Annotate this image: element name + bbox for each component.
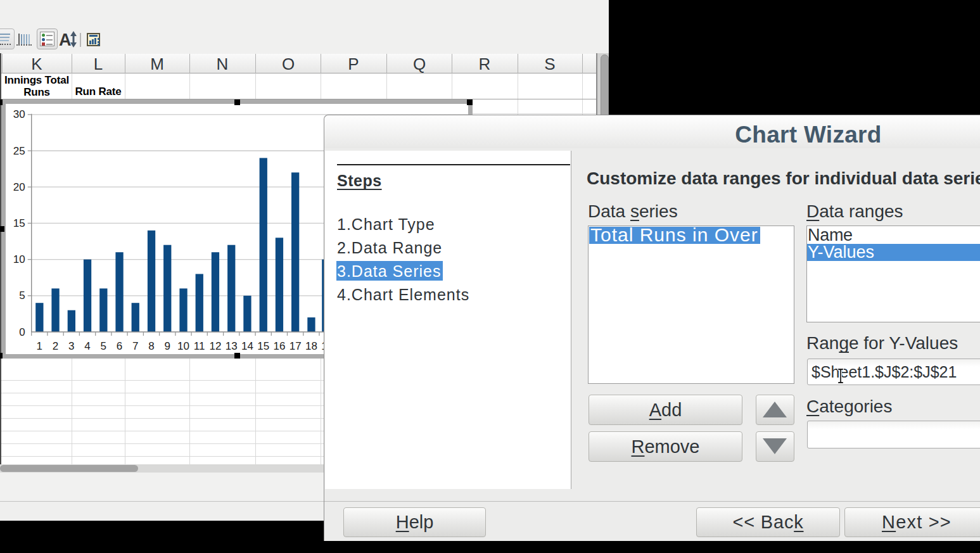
svg-text:30: 30 (13, 108, 25, 120)
svg-text:7: 7 (132, 340, 138, 352)
svg-text:5: 5 (101, 340, 106, 352)
svg-text:10: 10 (177, 340, 189, 352)
svg-text:4: 4 (84, 340, 90, 352)
svg-text:15: 15 (13, 217, 25, 229)
svg-text:1: 1 (37, 340, 42, 352)
svg-text:2: 2 (53, 340, 58, 352)
svg-text:13: 13 (226, 340, 238, 352)
svg-text:11: 11 (194, 340, 205, 352)
svg-text:3: 3 (68, 340, 74, 352)
svg-text:0: 0 (19, 326, 25, 338)
svg-text:5: 5 (19, 289, 25, 302)
svg-text:6: 6 (117, 340, 122, 352)
svg-text:9: 9 (164, 340, 170, 352)
svg-text:16: 16 (273, 340, 285, 352)
svg-text:14: 14 (241, 340, 253, 352)
svg-text:12: 12 (210, 340, 222, 352)
svg-text:15: 15 (257, 340, 269, 352)
svg-text:10: 10 (13, 253, 25, 265)
svg-text:18: 18 (305, 340, 317, 352)
svg-text:8: 8 (148, 340, 154, 352)
svg-text:25: 25 (13, 145, 25, 157)
svg-text:17: 17 (290, 340, 302, 352)
svg-text:20: 20 (13, 181, 25, 193)
